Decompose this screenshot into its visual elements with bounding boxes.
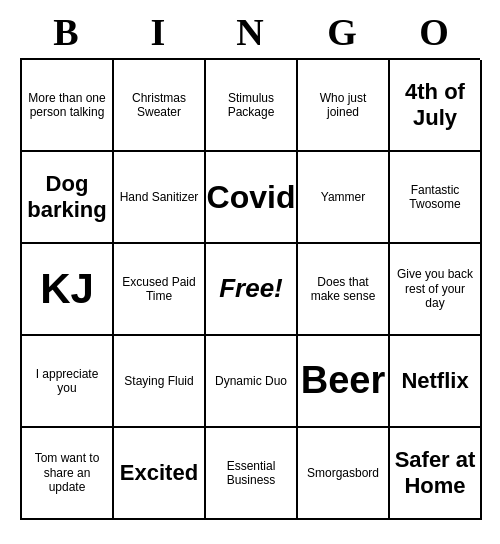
cell-r2-c2: Free! bbox=[206, 244, 298, 336]
cell-r4-c3: Smorgasbord bbox=[298, 428, 390, 520]
header-n: N bbox=[206, 10, 294, 54]
cell-r1-c2: Covid bbox=[206, 152, 298, 244]
cell-r1-c4: Fantastic Twosome bbox=[390, 152, 482, 244]
cell-r4-c1: Excited bbox=[114, 428, 206, 520]
cell-r4-c2: Essential Business bbox=[206, 428, 298, 520]
cell-r2-c4: Give you back rest of your day bbox=[390, 244, 482, 336]
cell-r2-c0: KJ bbox=[22, 244, 114, 336]
bingo-header: B I N G O bbox=[20, 10, 480, 54]
cell-r1-c3: Yammer bbox=[298, 152, 390, 244]
cell-r2-c3: Does that make sense bbox=[298, 244, 390, 336]
cell-r1-c1: Hand Sanitizer bbox=[114, 152, 206, 244]
cell-r3-c1: Staying Fluid bbox=[114, 336, 206, 428]
cell-r0-c2: Stimulus Package bbox=[206, 60, 298, 152]
cell-r4-c4: Safer at Home bbox=[390, 428, 482, 520]
cell-r1-c0: Dog barking bbox=[22, 152, 114, 244]
header-i: I bbox=[114, 10, 202, 54]
bingo-grid: More than one person talkingChristmas Sw… bbox=[20, 58, 480, 520]
cell-r3-c0: I appreciate you bbox=[22, 336, 114, 428]
cell-r0-c3: Who just joined bbox=[298, 60, 390, 152]
cell-r3-c4: Netflix bbox=[390, 336, 482, 428]
header-g: G bbox=[298, 10, 386, 54]
cell-r4-c0: Tom want to share an update bbox=[22, 428, 114, 520]
header-b: B bbox=[22, 10, 110, 54]
cell-r3-c2: Dynamic Duo bbox=[206, 336, 298, 428]
cell-r0-c0: More than one person talking bbox=[22, 60, 114, 152]
header-o: O bbox=[390, 10, 478, 54]
cell-r3-c3: Beer bbox=[298, 336, 390, 428]
cell-r2-c1: Excused Paid Time bbox=[114, 244, 206, 336]
cell-r0-c1: Christmas Sweater bbox=[114, 60, 206, 152]
cell-r0-c4: 4th of July bbox=[390, 60, 482, 152]
